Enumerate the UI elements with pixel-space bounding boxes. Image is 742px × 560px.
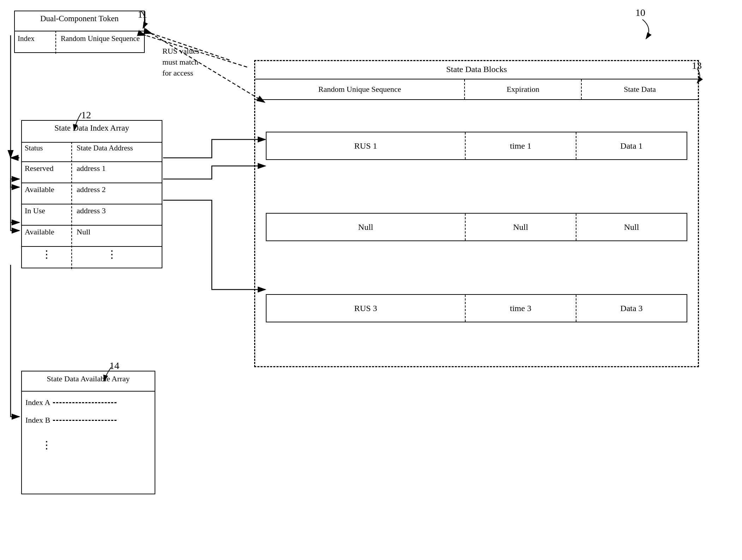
sdb-r3-c2: time 3 <box>466 295 576 322</box>
ref-14: 14 <box>109 360 119 371</box>
sdb-row-3: RUS 3 time 3 Data 3 <box>266 294 687 322</box>
index-array-col2-header: State Data Address <box>77 144 133 153</box>
sdb-row-1: RUS 1 time 1 Data 1 <box>266 132 687 160</box>
dual-token-box: Dual-Component Token Index Random Unique… <box>14 11 145 53</box>
sdb-r1-c3: Data 1 <box>576 132 687 159</box>
sdb-r2-c2: Null <box>466 214 576 240</box>
row2-address: address 2 <box>77 185 106 194</box>
sdb-r1-c2: time 1 <box>466 132 576 159</box>
ref-12: 12 <box>81 109 91 121</box>
row3-status: In Use <box>25 206 45 215</box>
ref-13: 13 <box>692 60 702 71</box>
rus-label: RUS values must match for access <box>162 46 199 78</box>
row4-status: Available <box>25 227 54 237</box>
row5-status-dots: ⋮ <box>41 248 52 260</box>
avail-row-a: Index A <box>25 398 116 407</box>
state-blocks-box: State Data Blocks Random Unique Sequence… <box>254 60 699 367</box>
ref-11: 11 <box>138 9 147 20</box>
index-array-box: State Data Index Array Status State Data… <box>21 120 162 268</box>
sdb-header-col1: Random Unique Sequence <box>255 79 465 99</box>
sdb-header-col2: Expiration <box>465 79 582 99</box>
row1-status: Reserved <box>25 164 54 173</box>
dual-token-col1: Index <box>18 34 35 43</box>
ref-10: 10 <box>635 7 645 18</box>
sdb-row-2: Null Null Null <box>266 213 687 241</box>
sdb-r2-c3: Null <box>576 214 687 240</box>
state-blocks-header-row: Random Unique Sequence Expiration State … <box>255 79 698 100</box>
available-array-title: State Data Available Array <box>22 371 155 385</box>
sdb-r1-c1: RUS 1 <box>267 132 466 159</box>
state-blocks-title: State Data Blocks <box>255 65 698 74</box>
sdb-r2-c1: Null <box>267 214 466 240</box>
row1-address: address 1 <box>77 164 106 173</box>
sdb-r3-c3: Data 3 <box>576 295 687 322</box>
sdb-r3-c1: RUS 3 <box>267 295 466 322</box>
index-array-col1-header: Status <box>25 144 43 153</box>
row5-address-dots: ⋮ <box>107 248 117 260</box>
avail-dots: ⋮ <box>41 439 52 451</box>
dual-token-col2: Random Unique Sequence <box>61 34 140 43</box>
row3-address: address 3 <box>77 206 106 215</box>
avail-row-b: Index B <box>25 416 116 425</box>
dual-token-title: Dual-Component Token <box>15 11 144 25</box>
sdb-header-col3: State Data <box>582 79 698 99</box>
index-array-title: State Data Index Array <box>22 121 162 134</box>
diagram: 10 Dual-Component Token Index Random Uni… <box>0 0 742 560</box>
available-array-box: State Data Available Array Index A Index… <box>21 371 155 494</box>
row4-address: Null <box>77 227 90 237</box>
row2-status: Available <box>25 185 54 194</box>
